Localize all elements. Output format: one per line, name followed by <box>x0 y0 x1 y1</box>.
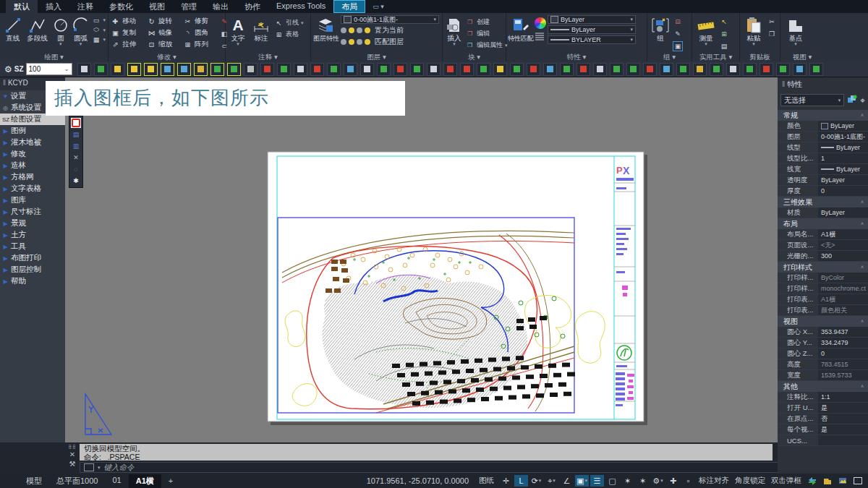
selection-cycling-icon[interactable]: ▢ <box>605 475 619 487</box>
layout-tab-模型[interactable]: 模型 <box>19 474 49 488</box>
quick-tool-icon-33[interactable] <box>626 63 640 76</box>
quick-tool-icon-10[interactable] <box>244 63 258 76</box>
quick-tool-icon-19[interactable] <box>393 63 407 76</box>
copy-clip-icon[interactable]: ❐ <box>767 29 777 39</box>
property-value[interactable]: ByLayer <box>818 207 868 218</box>
property-value[interactable]: <无> <box>818 240 868 250</box>
object-snap-icon[interactable]: ▣▾ <box>575 475 589 487</box>
quick-tool-icon-25[interactable] <box>493 63 507 76</box>
sidebar-item-图库[interactable]: ▶图库 <box>0 194 65 206</box>
quick-tool-icon-6[interactable] <box>177 63 191 76</box>
menu-tab-1[interactable]: 插入 <box>38 0 69 13</box>
property-value[interactable]: ByColor <box>818 273 868 283</box>
scale-select[interactable]: 100⌄ <box>26 63 72 75</box>
match-layer-button[interactable]: 匹配图层 <box>341 37 439 47</box>
layer-properties-button[interactable]: 图层特性 <box>313 14 339 42</box>
status-toggle-标注对齐[interactable]: 标注对齐 <box>696 476 732 486</box>
modify-4-button[interactable]: ↻旋转 <box>147 16 182 27</box>
quick-tool-icon-24[interactable] <box>477 63 490 76</box>
layer-dropdown[interactable]: 0-00施1-1底图- ▾ <box>341 15 439 24</box>
modify-7-button[interactable]: ✂修剪 <box>183 16 218 27</box>
view-panel-label[interactable]: 视图 ▾ <box>780 52 824 61</box>
quick-tool-icon-3[interactable] <box>127 63 141 76</box>
angle-icon[interactable]: ∠ <box>560 475 574 487</box>
quick-tool-icon-38[interactable] <box>710 63 723 76</box>
property-value[interactable]: 783.4515 <box>818 359 868 369</box>
quick-tool-icon-8[interactable] <box>210 63 224 76</box>
edit-block-button[interactable]: ❒编辑 <box>465 29 508 38</box>
group-edit-icon[interactable]: ✎ <box>673 29 683 39</box>
sidebar-item-土方[interactable]: ▶土方 <box>0 229 65 241</box>
palette-section-三维效果[interactable]: 三维效果˄ <box>778 197 868 207</box>
dimension-button[interactable]: 标注 <box>250 14 273 42</box>
measure-button[interactable]: 测量 ▾ <box>694 14 718 46</box>
quick-tool-icon-9[interactable] <box>227 63 241 76</box>
menu-tab-5[interactable]: 管理 <box>173 0 205 13</box>
quick-tool-icon-44[interactable] <box>809 63 823 76</box>
quick-tool-icon-18[interactable] <box>377 63 391 76</box>
palette-section-常规[interactable]: 常规˄ <box>778 110 868 121</box>
property-value[interactable]: 0 <box>818 186 868 196</box>
color-wheel-icon[interactable] <box>535 17 546 29</box>
quick-tool-icon-13[interactable] <box>294 63 307 76</box>
cut-icon[interactable]: ✂ <box>767 17 777 27</box>
status-toggle-角度锁定[interactable]: 角度锁定 <box>732 476 768 486</box>
layout-tab-01[interactable]: 01 <box>105 474 128 488</box>
property-value[interactable] <box>818 435 868 445</box>
property-value[interactable]: ByLayer <box>818 164 868 174</box>
annotation-visibility-icon[interactable]: ✶ <box>621 475 634 487</box>
quick-tool-icon-7[interactable] <box>194 63 208 76</box>
property-value[interactable]: ByLayer <box>818 121 868 131</box>
selection-filter-dropdown[interactable]: 无选择 ▾ <box>780 94 844 106</box>
property-value[interactable]: 1 <box>818 153 868 163</box>
paw-icon[interactable]: ✱ <box>71 176 81 186</box>
hatch-tool-button[interactable]: ▦▾ <box>91 36 106 43</box>
command-input[interactable]: ▾ 键入命令 <box>80 462 865 473</box>
property-value[interactable]: 0-00施1-1底图- <box>818 132 868 142</box>
group-select-icon[interactable]: ▣ <box>673 41 683 51</box>
modify-3-button[interactable]: ⇗拉伸 <box>111 39 145 50</box>
linetype-dropdown[interactable]: ByLayer▾ <box>548 25 636 34</box>
layout-tab-总平面1000[interactable]: 总平面1000 <box>49 474 105 488</box>
quick-tool-icon-27[interactable] <box>527 63 540 76</box>
select-objects-icon[interactable]: ⌖ <box>860 95 865 106</box>
object-color-dropdown[interactable]: ByLayer▾ <box>548 15 636 24</box>
menu-tab-9[interactable]: 布局 <box>333 0 365 13</box>
modify-5-button[interactable]: ⋈镜像 <box>147 27 182 38</box>
quick-tool-icon-4[interactable] <box>144 63 158 76</box>
sidebar-item-图层控制[interactable]: ▶图层控制 <box>0 264 65 275</box>
close-command-icon[interactable]: ✕ <box>69 450 75 458</box>
lineweight-dropdown[interactable]: BYLAYER▾ <box>548 35 636 44</box>
wrench-icon[interactable]: ⚒ <box>69 460 76 468</box>
block-panel-label[interactable]: 块 ▾ <box>443 52 506 61</box>
menu-tab-7[interactable]: 协作 <box>237 0 268 13</box>
sidebar-item-修改[interactable]: ▶修改 <box>0 148 65 160</box>
property-value[interactable]: 否 <box>818 414 868 424</box>
palette-section-其他[interactable]: 其他˄ <box>778 381 868 392</box>
property-value[interactable]: A1横 <box>818 294 868 304</box>
annotation-scale-icon[interactable]: ✶ <box>636 475 650 487</box>
render-icon[interactable] <box>835 475 849 487</box>
lineweight-icon[interactable]: ☰ <box>590 475 604 487</box>
sidebar-item-造林[interactable]: ▶造林 <box>0 160 65 171</box>
sidebar-item-帮助[interactable]: ▶帮助 <box>0 275 65 287</box>
rectangle-tool-button[interactable]: ▭▾ <box>91 17 106 24</box>
ungroup-icon[interactable]: ⊟ <box>673 17 683 27</box>
status-toggle-双击弹框[interactable]: 双击弹框 <box>768 476 804 486</box>
fullscreen-icon[interactable] <box>851 475 864 487</box>
modify-8-button[interactable]: ◝圆角 <box>183 27 218 38</box>
property-value[interactable]: ByLayer <box>818 175 868 185</box>
group-panel-label[interactable]: 组 ▾ <box>647 52 692 61</box>
edit-attributes-button[interactable]: ❒编辑属性▾ <box>465 40 508 50</box>
blue-tool-b-icon[interactable]: ▥ <box>71 141 81 151</box>
lineweight-list-icon[interactable] <box>535 31 545 41</box>
quick-tool-icon-30[interactable] <box>576 63 590 76</box>
sync-icon[interactable] <box>805 475 819 487</box>
quick-tool-icon-23[interactable] <box>460 63 474 76</box>
modify-panel-label[interactable]: 修改 ▾ <box>109 52 225 61</box>
sidebar-item-景观[interactable]: ▶景观 <box>0 218 65 229</box>
quick-tool-icon-5[interactable] <box>161 63 174 76</box>
osnap-tracking-icon[interactable]: ⌖▾ <box>545 475 558 487</box>
crosshair-icon[interactable]: ✚ <box>666 475 680 487</box>
group-button[interactable]: 组 <box>650 14 671 42</box>
